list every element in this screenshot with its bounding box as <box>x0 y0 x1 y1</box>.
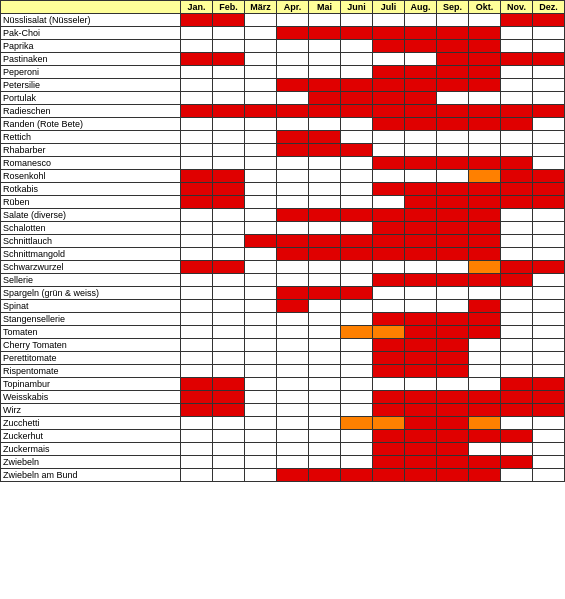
month-cell <box>373 339 405 352</box>
vegetable-name: Wirz <box>1 404 181 417</box>
month-cell <box>213 105 245 118</box>
month-cell <box>373 209 405 222</box>
month-cell <box>181 144 213 157</box>
month-cell <box>181 443 213 456</box>
month-cell <box>533 131 565 144</box>
month-cell <box>437 430 469 443</box>
month-cell <box>533 417 565 430</box>
vegetable-name: Perettitomate <box>1 352 181 365</box>
month-cell <box>245 183 277 196</box>
month-cell <box>501 261 533 274</box>
month-cell <box>501 157 533 170</box>
table-row: Salate (diverse) <box>1 209 565 222</box>
month-cell <box>373 66 405 79</box>
month-cell <box>181 287 213 300</box>
vegetable-name: Cherry Tomaten <box>1 339 181 352</box>
month-cell <box>213 183 245 196</box>
month-cell <box>533 235 565 248</box>
month-cell <box>533 183 565 196</box>
month-cell <box>437 300 469 313</box>
month-cell <box>469 391 501 404</box>
month-cell <box>213 14 245 27</box>
month-cell <box>341 131 373 144</box>
month-cell <box>181 118 213 131</box>
month-cell <box>341 79 373 92</box>
month-cell <box>373 378 405 391</box>
month-cell <box>341 443 373 456</box>
month-cell <box>277 391 309 404</box>
table-row: Rettich <box>1 131 565 144</box>
month-cell <box>469 313 501 326</box>
month-cell <box>309 27 341 40</box>
month-cell <box>501 183 533 196</box>
month-cell <box>245 40 277 53</box>
month-cell <box>373 79 405 92</box>
month-cell <box>277 157 309 170</box>
vegetable-name: Sellerie <box>1 274 181 287</box>
month-cell <box>437 456 469 469</box>
month-cell <box>341 248 373 261</box>
month-cell <box>437 248 469 261</box>
month-cell <box>469 170 501 183</box>
month-cell <box>341 66 373 79</box>
table-row: Wirz <box>1 404 565 417</box>
month-cell <box>213 92 245 105</box>
month-cell <box>245 378 277 391</box>
month-cell <box>245 222 277 235</box>
month-cell <box>501 248 533 261</box>
month-cell <box>213 326 245 339</box>
month-cell <box>309 417 341 430</box>
table-row: Paprika <box>1 40 565 53</box>
month-cell <box>373 469 405 482</box>
month-cell <box>181 326 213 339</box>
month-cell <box>373 170 405 183</box>
header-month-Aug: Aug. <box>405 1 437 14</box>
month-cell <box>245 261 277 274</box>
month-cell <box>437 352 469 365</box>
month-cell <box>277 313 309 326</box>
month-cell <box>245 79 277 92</box>
table-row: Pak-Choi <box>1 27 565 40</box>
month-cell <box>245 404 277 417</box>
vegetable-name: Topinambur <box>1 378 181 391</box>
month-cell <box>309 196 341 209</box>
vegetable-name: Zuckerhut <box>1 430 181 443</box>
month-cell <box>437 222 469 235</box>
month-cell <box>437 261 469 274</box>
month-cell <box>405 131 437 144</box>
month-cell <box>245 131 277 144</box>
month-cell <box>405 209 437 222</box>
month-cell <box>501 66 533 79</box>
month-cell <box>405 287 437 300</box>
month-cell <box>341 352 373 365</box>
month-cell <box>373 443 405 456</box>
month-cell <box>309 14 341 27</box>
month-cell <box>181 131 213 144</box>
table-row: Petersilie <box>1 79 565 92</box>
month-cell <box>245 274 277 287</box>
month-cell <box>181 66 213 79</box>
month-cell <box>213 248 245 261</box>
month-cell <box>213 131 245 144</box>
month-cell <box>277 287 309 300</box>
month-cell <box>309 248 341 261</box>
month-cell <box>501 300 533 313</box>
month-cell <box>533 456 565 469</box>
month-cell <box>373 456 405 469</box>
month-cell <box>277 118 309 131</box>
month-cell <box>373 391 405 404</box>
table-row: Rüben <box>1 196 565 209</box>
month-cell <box>405 456 437 469</box>
month-cell <box>181 313 213 326</box>
month-cell <box>181 365 213 378</box>
table-row: Peperoni <box>1 66 565 79</box>
month-cell <box>533 14 565 27</box>
month-cell <box>405 365 437 378</box>
month-cell <box>501 391 533 404</box>
month-cell <box>213 378 245 391</box>
month-cell <box>341 105 373 118</box>
month-cell <box>469 417 501 430</box>
month-cell <box>309 456 341 469</box>
month-cell <box>341 144 373 157</box>
month-cell <box>373 14 405 27</box>
